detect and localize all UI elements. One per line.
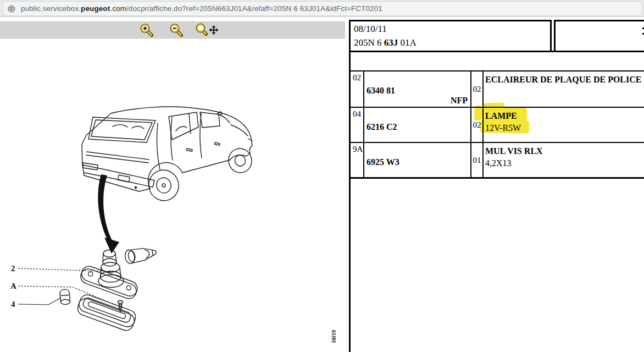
description-cell: LAMPE 12V-R5W [484, 108, 644, 142]
browser-address-bar: public.servicebox.peugeot.com/docpr/affi… [0, 0, 644, 17]
url-text: public.servicebox.peugeot.com/docpr/affi… [21, 4, 382, 13]
part-reference-cell: 6340 81 NFP [364, 72, 471, 107]
callout-A-label: A [10, 282, 16, 290]
callout-4-label: 4 [11, 300, 15, 309]
item-number-cell: 02 [351, 72, 364, 107]
reference-suffix: 01A [398, 37, 417, 48]
pointer-arrow [98, 174, 119, 254]
document-reference: 205N 6 63J 01A [354, 36, 550, 50]
description-line2: 4,2X13 [485, 158, 644, 169]
item-number-cell: 04 [351, 108, 364, 142]
quantity-cell: 02 [471, 72, 484, 107]
technical-drawing: 2 A 4 63J01 [0, 38, 349, 352]
document-header-cell-right [554, 20, 644, 52]
zoom-pan-icon [195, 23, 219, 38]
description-line1: ECLAIREUR DE PLAQUE DE POLICE [485, 74, 644, 85]
url-field[interactable]: public.servicebox.peugeot.com/docpr/affi… [3, 1, 642, 16]
document-header-cell: 08/10/11 205N 6 63J 01A [351, 20, 552, 52]
item-number-cell: 9A [351, 143, 364, 177]
part-reference-cell: 6216 C2 [364, 108, 471, 142]
url-domain: peugeot [81, 4, 110, 13]
rubber-cap [60, 289, 70, 304]
document-date: 08/10/11 [354, 22, 550, 36]
quantity-cell: 02 [471, 108, 484, 142]
url-subdomain: public.servicebox. [21, 4, 81, 13]
lamp-holder [98, 250, 124, 288]
reference-prefix: 205N 6 [354, 37, 384, 48]
zoom-in-icon [139, 23, 154, 38]
description-line1: LAMPE [485, 111, 644, 122]
description-line1: MUL VIS RLX [485, 146, 644, 157]
table-row: 9A 6925 W3 01 MUL VIS RLX 4,2X13 [351, 143, 644, 179]
quantity-cell: 01 [471, 143, 484, 177]
exploded-lamp-assembly [60, 245, 157, 332]
table-row: 04 6216 C2 02 LAMPE 12V-R5W [351, 108, 644, 143]
part-reference-cell: 6925 W3 [364, 143, 471, 177]
drawing-code-label: 63J01 [331, 330, 336, 343]
zoom-toolbar [0, 21, 345, 38]
description-cell: MUL VIS RLX 4,2X13 [484, 143, 644, 177]
callout-2-label: 2 [11, 264, 15, 273]
reference-bold: 63J [384, 37, 398, 48]
part-reference: 6216 C2 [367, 122, 397, 132]
part-reference: 6340 81 [367, 86, 395, 96]
header-separator-line [349, 51, 644, 52]
zoom-in-button[interactable] [135, 23, 158, 38]
description-line2: 12V-R5W [485, 123, 644, 134]
document-left-border [349, 20, 351, 352]
zoom-out-button[interactable] [165, 23, 188, 38]
url-path: /docpr/affiche.do?ref=205N663J01A&refaff… [126, 4, 382, 13]
zoom-pan-button[interactable] [193, 23, 221, 38]
globe-icon [7, 4, 16, 13]
zoom-out-icon [169, 23, 184, 38]
festoon-bulb [124, 245, 157, 265]
table-row: 02 6340 81 NFP 02 ECLAIREUR DE PLAQUE DE… [351, 72, 644, 108]
parts-table: 02 6340 81 NFP 02 ECLAIREUR DE PLAQUE DE… [351, 72, 644, 179]
url-tld: .com [110, 4, 126, 13]
part-reference: 6925 W3 [367, 157, 399, 167]
description-cell: ECLAIREUR DE PLAQUE DE POLICE [484, 72, 644, 107]
part-note: NFP [451, 96, 468, 106]
car-illustration [82, 107, 255, 205]
